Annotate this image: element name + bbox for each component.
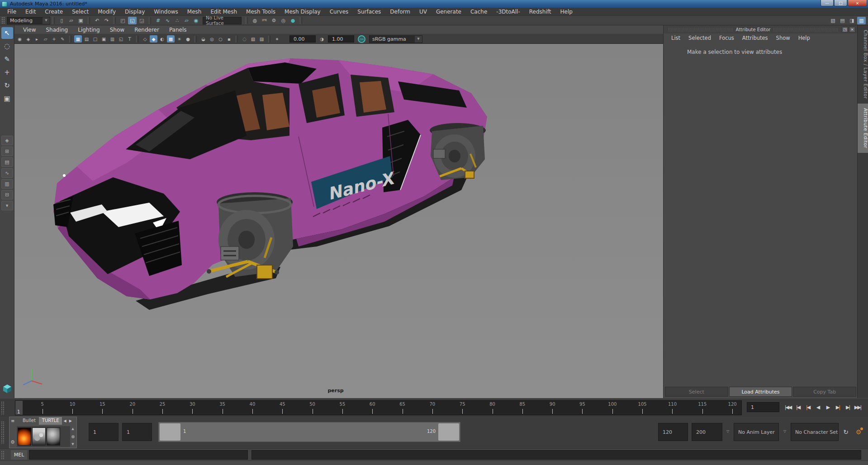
render-settings-icon[interactable]: ⚙ bbox=[270, 17, 278, 24]
auto-keyframe-toggle[interactable]: ↻ bbox=[840, 427, 851, 437]
contrast-icon[interactable]: ◑ bbox=[318, 35, 326, 43]
ae-menu-selected[interactable]: Selected bbox=[684, 35, 715, 41]
anti-aliasing-icon[interactable]: ○ bbox=[217, 35, 224, 43]
redo-icon[interactable]: ↷ bbox=[102, 17, 111, 24]
wireframe-icon[interactable]: ◇ bbox=[141, 35, 149, 43]
menu-create[interactable]: Create bbox=[40, 9, 67, 15]
gate-mask-icon[interactable]: ▣ bbox=[100, 35, 108, 43]
menu-display[interactable]: Display bbox=[120, 9, 149, 15]
hypershade-icon[interactable]: ◎ bbox=[279, 17, 288, 24]
range-start-handle[interactable] bbox=[160, 423, 180, 441]
undo-icon[interactable]: ↶ bbox=[93, 17, 101, 24]
go-to-end-button[interactable]: ▶▶| bbox=[853, 400, 863, 414]
perspective-viewport[interactable]: Nano-X bbox=[14, 44, 663, 398]
character-set-field[interactable]: No Character Set bbox=[791, 423, 839, 441]
playback-end-field[interactable]: 120 bbox=[658, 423, 688, 441]
toggle-viewport-renderer-icon[interactable]: ● bbox=[289, 17, 297, 24]
play-forward-button[interactable]: ▶ bbox=[823, 400, 833, 414]
live-surface-field[interactable]: No Live Surface bbox=[203, 17, 242, 24]
snap-curve-icon[interactable]: ∿ bbox=[163, 17, 172, 24]
fire-preset-thumbnail[interactable] bbox=[18, 427, 31, 446]
animation-end-field[interactable]: 200 bbox=[692, 423, 722, 441]
panel-menu-lighting[interactable]: Lighting bbox=[73, 27, 105, 33]
menu-select[interactable]: Select bbox=[67, 9, 93, 15]
use-all-lights-icon[interactable]: ☀ bbox=[175, 35, 183, 43]
side-tab-attribute-editor[interactable]: Attribute Editor bbox=[858, 104, 868, 153]
playback-start-field[interactable]: 1 bbox=[122, 423, 152, 441]
exposure-icon[interactable]: ✶ bbox=[273, 35, 281, 43]
smooth-shade-icon[interactable]: ◆ bbox=[150, 35, 157, 43]
field-chart-icon[interactable]: ▥ bbox=[109, 35, 116, 43]
toolbar-grip[interactable] bbox=[1, 17, 5, 24]
grid-icon[interactable]: ▦ bbox=[74, 35, 82, 43]
open-scene-icon[interactable]: ▱ bbox=[67, 17, 76, 24]
animation-start-field[interactable]: 1 bbox=[89, 423, 119, 441]
wireframe-on-shaded-icon[interactable]: ◐ bbox=[158, 35, 166, 43]
panel-menu-panels[interactable]: Panels bbox=[164, 27, 192, 33]
select-tool[interactable]: ↖ bbox=[1, 27, 13, 39]
select-component-icon[interactable]: ◲ bbox=[138, 17, 146, 24]
range-end-handle[interactable] bbox=[438, 423, 459, 441]
range-slider[interactable]: 1 120 bbox=[158, 422, 460, 442]
drag-handle[interactable] bbox=[1, 421, 5, 444]
camera-attributes-icon[interactable]: ◈ bbox=[24, 35, 32, 43]
step-back-frame-button[interactable]: |◀ bbox=[793, 400, 803, 414]
maximize-button[interactable]: □ bbox=[834, 0, 847, 6]
menu-windows[interactable]: Windows bbox=[149, 9, 183, 15]
timeline-ruler[interactable]: 1 51015202530354045505560657075808590951… bbox=[15, 400, 742, 415]
film-gate-icon[interactable]: ▤ bbox=[83, 35, 90, 43]
command-language-toggle[interactable]: MEL bbox=[11, 450, 27, 460]
anim-layer-field[interactable]: No Anim Layer bbox=[734, 423, 779, 441]
humanik-toggle-icon[interactable]: ▤ bbox=[838, 17, 847, 24]
camera-bookmark-icon[interactable]: ▸ bbox=[33, 35, 41, 43]
close-button[interactable]: × bbox=[848, 0, 867, 6]
rotate-tool[interactable]: ↻ bbox=[1, 80, 13, 91]
paint-select-tool[interactable]: ✎ bbox=[1, 53, 13, 65]
scroll-up-icon[interactable]: ▲ bbox=[71, 427, 74, 431]
menu-deform[interactable]: Deform bbox=[385, 9, 415, 15]
ae-menu-show[interactable]: Show bbox=[772, 35, 794, 41]
chevron-down-icon[interactable]: ▽ bbox=[726, 429, 729, 433]
colorspace-dropdown[interactable]: sRGB gamma ▼ bbox=[369, 35, 422, 43]
menu-help[interactable]: Help bbox=[555, 9, 577, 15]
menu-file[interactable]: File bbox=[3, 9, 21, 15]
render-preview-thumbnail[interactable] bbox=[32, 427, 46, 446]
drag-handle[interactable] bbox=[773, 28, 838, 31]
menu-3dtoall[interactable]: -3DtoAll- bbox=[492, 9, 524, 15]
shelf-tab-bullet[interactable]: Bullet bbox=[19, 417, 39, 425]
command-input[interactable] bbox=[29, 450, 248, 460]
step-forward-frame-button[interactable]: ▶| bbox=[843, 400, 853, 414]
menuset-dropdown[interactable]: Modeling ▼ bbox=[7, 17, 50, 24]
animation-preferences-button[interactable]: ⚙ bbox=[853, 427, 864, 437]
xray-icon[interactable]: ▧ bbox=[249, 35, 257, 43]
gamma-field[interactable]: 1.00 bbox=[328, 35, 354, 43]
snap-plane-icon[interactable]: ▱ bbox=[182, 17, 191, 24]
panel-menu-show[interactable]: Show bbox=[105, 27, 129, 33]
step-back-key-button[interactable]: |◀ bbox=[803, 400, 813, 414]
shelf-tab-turtle[interactable]: TURTLE bbox=[39, 417, 62, 425]
drag-handle[interactable] bbox=[1, 451, 5, 459]
hypergraph-pane-layout[interactable]: ⊟ bbox=[1, 190, 13, 199]
make-live-icon[interactable]: ◉ bbox=[192, 17, 200, 24]
close-icon[interactable]: × bbox=[849, 27, 855, 33]
panel-menu-view[interactable]: View bbox=[18, 27, 41, 33]
graph-pane-layout[interactable]: ∿ bbox=[1, 168, 13, 178]
detail-pane-layout[interactable]: ▥ bbox=[1, 179, 13, 189]
copy-tab-button[interactable]: Copy Tab bbox=[793, 387, 856, 397]
snap-grid-icon[interactable]: # bbox=[154, 17, 162, 24]
snap-point-icon[interactable]: ∴ bbox=[173, 17, 181, 24]
menu-edit[interactable]: Edit bbox=[21, 9, 40, 15]
current-frame-field[interactable]: 1 bbox=[747, 402, 779, 412]
attribute-editor-header[interactable]: Attribute Editor ◳ × bbox=[664, 25, 857, 33]
render-frame-icon[interactable]: ◍ bbox=[251, 17, 259, 24]
menu-modify[interactable]: Modify bbox=[93, 9, 120, 15]
step-forward-key-button[interactable]: ▶| bbox=[833, 400, 843, 414]
popout-icon[interactable]: ◳ bbox=[842, 27, 848, 33]
ae-menu-list[interactable]: List bbox=[667, 35, 684, 41]
depth-peeling-icon[interactable]: ▪ bbox=[225, 35, 233, 43]
shelf-next-arrow-icon[interactable]: ▶ bbox=[68, 417, 73, 425]
menu-edit-mesh[interactable]: Edit Mesh bbox=[206, 9, 242, 15]
layout-dropdown[interactable]: ▾ bbox=[1, 201, 13, 210]
gear-icon[interactable]: ⚙ bbox=[10, 439, 15, 445]
attribute-editor-toggle-icon[interactable]: ▥ bbox=[857, 17, 866, 24]
